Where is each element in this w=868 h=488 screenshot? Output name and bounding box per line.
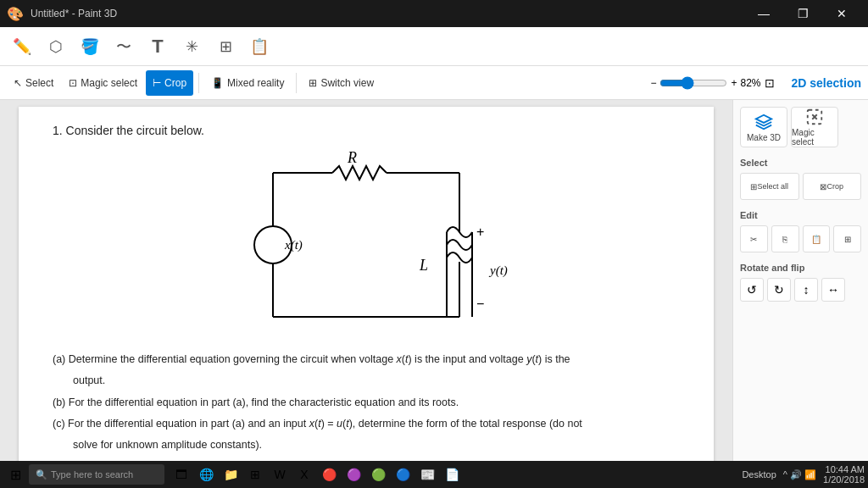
current-date: 1/20/2018: [823, 474, 865, 485]
minimize-button[interactable]: —: [744, 0, 783, 27]
chrome-icon[interactable]: 🌐: [194, 463, 218, 486]
curve-icon[interactable]: 〜: [108, 31, 139, 62]
svg-text:R: R: [347, 149, 357, 166]
edit-buttons: ✂ ⎘ 📋 ⊞: [740, 225, 861, 252]
select-buttons: ⊞ Select all ⊠ Crop: [740, 173, 861, 200]
taskbar-icon2[interactable]: 🔴: [317, 463, 341, 486]
part-c-cont: solve for unknown amplitude constants).: [73, 436, 680, 454]
edit-section: Edit ✂ ⎘ 📋 ⊞: [740, 210, 861, 252]
secondary-toolbar: ↖ Select ⊡ Magic select ⊢ Crop 📱 Mixed r…: [0, 66, 868, 100]
crop-panel-button[interactable]: ⊠ Crop: [803, 173, 862, 200]
taskbar-icon5[interactable]: 🔵: [391, 463, 415, 486]
excel-icon[interactable]: X: [292, 463, 316, 486]
magic-select-button[interactable]: ⊡ Magic select: [62, 70, 144, 96]
rotate-left-button[interactable]: ↺: [740, 278, 764, 302]
flip-horizontal-button[interactable]: ↔: [821, 278, 845, 302]
svg-text:−: −: [476, 297, 484, 311]
select-all-button[interactable]: ⊞ Select all: [740, 173, 799, 200]
circuit-svg: R L: [222, 147, 510, 342]
part-c: (c) For the differential equation in par…: [53, 415, 680, 433]
zoom-area: − + 82% ⊡ 2D selection: [650, 76, 861, 90]
main-area: 1. Consider the circuit below. R: [0, 100, 868, 461]
crop-button[interactable]: ⊢ Crop: [146, 70, 193, 96]
problem-header: 1. Consider the circuit below.: [53, 124, 680, 137]
effects-icon[interactable]: ✳: [176, 31, 207, 62]
mixed-reality-button[interactable]: 📱 Mixed reality: [204, 70, 291, 96]
toolbar-separator2: [296, 73, 297, 93]
rotate-buttons: ↺ ↻ ↕ ↔: [740, 278, 861, 302]
desktop-label[interactable]: Desktop: [742, 469, 776, 480]
magic-select-panel-button[interactable]: Magic select: [791, 107, 838, 147]
rotate-right-button[interactable]: ↻: [767, 278, 791, 302]
search-icon: 🔍: [36, 469, 47, 480]
magic-icon: ⊡: [69, 77, 77, 89]
explorer-icon[interactable]: 📁: [219, 463, 242, 486]
edit-btn-paste[interactable]: 📋: [803, 225, 831, 252]
svg-text:+: +: [476, 225, 484, 239]
task-view-icon[interactable]: 🗖: [170, 463, 193, 486]
zoom-plus-icon[interactable]: +: [731, 77, 737, 89]
zoom-fit-icon[interactable]: ⊡: [765, 76, 775, 90]
text-icon[interactable]: T: [142, 31, 173, 62]
taskbar: ⊞ 🔍 Type here to search 🗖 🌐 📁 ⊞ W X 🔴 🟣 …: [0, 461, 868, 488]
rotate-title: Rotate and flip: [740, 263, 861, 273]
current-time: 10:44 AM: [823, 464, 865, 474]
main-toolbar: ✏️ ⬡ 🪣 〜 T ✳ ⊞ 📋: [0, 27, 868, 66]
pencil-icon[interactable]: ✏️: [7, 31, 37, 62]
taskbar-icon1[interactable]: ⊞: [243, 463, 267, 486]
taskbar-right: Desktop ^ 🔊 📶 10:44 AM 1/20/2018: [742, 464, 865, 485]
select-button[interactable]: ↖ Select: [7, 70, 60, 96]
part-b: (b) For the differential equation in par…: [53, 394, 680, 412]
right-panel: Make 3D Magic select Select ⊞ Select all…: [732, 100, 868, 461]
taskbar-icon6[interactable]: 📰: [415, 463, 439, 486]
crop-icon: ⊢: [153, 77, 161, 89]
svg-text:y(t): y(t): [488, 263, 508, 278]
section-title: 2D selection: [792, 76, 861, 90]
window-controls[interactable]: — ❐ ✕: [744, 0, 861, 27]
close-button[interactable]: ✕: [822, 0, 861, 27]
edit-title: Edit: [740, 210, 861, 220]
3d-icons: Make 3D Magic select: [740, 107, 861, 147]
magic-select-panel-label: Magic select: [792, 128, 837, 147]
toolbar-separator: [198, 73, 199, 93]
taskbar-app-icons: 🗖 🌐 📁 ⊞ W X 🔴 🟣 🟢 🔵 📰 📄: [170, 463, 464, 486]
flip-vertical-button[interactable]: ↕: [794, 278, 818, 302]
crop-panel-icon: ⊠: [820, 182, 826, 191]
zoom-percent: 82%: [740, 77, 760, 89]
switch-view-button[interactable]: ⊞ Switch view: [302, 70, 381, 96]
word-icon[interactable]: W: [268, 463, 292, 486]
switch-view-icon: ⊞: [309, 77, 317, 89]
start-button[interactable]: ⊞: [3, 463, 27, 486]
pdf-icon[interactable]: 📄: [440, 463, 464, 486]
svg-text:L: L: [419, 257, 428, 274]
3d-section: Make 3D Magic select: [740, 107, 861, 147]
canvas-paper: 1. Consider the circuit below. R: [19, 107, 714, 461]
fill-icon[interactable]: 🪣: [75, 31, 105, 62]
layers-icon[interactable]: 📋: [244, 31, 275, 62]
edit-btn-delete[interactable]: ⊞: [833, 225, 861, 252]
taskbar-icon4[interactable]: 🟢: [366, 463, 390, 486]
title-bar: 🎨 Untitled* - Paint 3D — ❐ ✕: [0, 0, 868, 27]
search-box[interactable]: 🔍 Type here to search: [29, 464, 164, 485]
edit-btn-cut[interactable]: ✂: [740, 225, 768, 252]
select-title: Select: [740, 158, 861, 168]
maximize-button[interactable]: ❐: [783, 0, 822, 27]
part-a-cont: output.: [73, 372, 680, 390]
select-icon2[interactable]: ⊞: [210, 31, 241, 62]
edit-btn-copy[interactable]: ⎘: [771, 225, 799, 252]
zoom-minus-icon[interactable]: −: [650, 77, 656, 89]
svg-text:x(t): x(t): [284, 238, 303, 252]
time-block: 10:44 AM 1/20/2018: [823, 464, 865, 485]
zoom-slider[interactable]: [659, 76, 727, 90]
select-all-icon: ⊞: [750, 182, 757, 191]
mixed-reality-icon: 📱: [211, 77, 224, 89]
cursor-icon: ↖: [14, 77, 22, 89]
taskbar-icon3[interactable]: 🟣: [342, 463, 365, 486]
make-3d-button[interactable]: Make 3D: [740, 107, 787, 147]
search-placeholder: Type here to search: [51, 469, 133, 480]
eraser-icon[interactable]: ⬡: [41, 31, 71, 62]
window-title: Untitled* - Paint 3D: [31, 8, 117, 19]
rotate-section: Rotate and flip ↺ ↻ ↕ ↔: [740, 263, 861, 302]
make-3d-label: Make 3D: [747, 133, 781, 142]
circuit-diagram: R L: [53, 147, 680, 342]
